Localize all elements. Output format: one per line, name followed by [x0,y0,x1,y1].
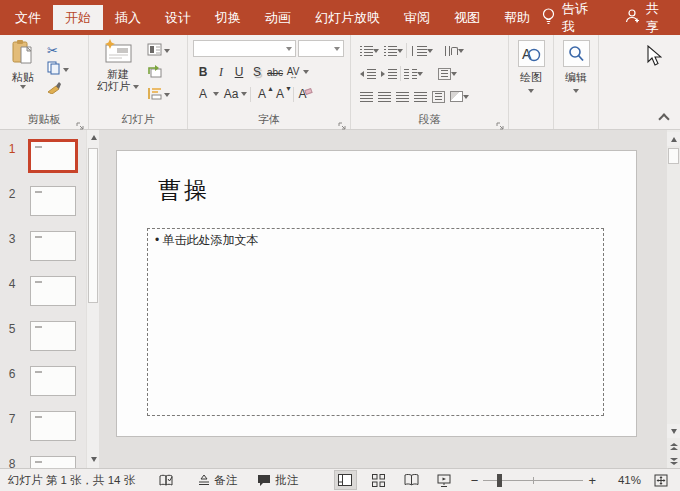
italic-button[interactable]: I [213,65,229,80]
slide-layout-chevron[interactable] [164,49,170,53]
font-name-combobox[interactable] [193,40,296,57]
align-center-icon[interactable] [378,92,391,102]
columns-chevron[interactable] [417,72,423,76]
strikethrough-button[interactable]: abc [267,67,283,78]
slide-thumbnail-4[interactable]: 4 [0,276,99,321]
distribute-columns-icon[interactable] [432,91,445,103]
next-slide-button[interactable] [667,455,680,468]
change-case-button[interactable]: Aa [223,87,239,101]
font-dialog-launcher[interactable] [338,117,347,126]
zoom-in-button[interactable]: + [583,473,601,488]
slide-editing-area[interactable]: 曹操 • 单击此处添加文本 [116,150,637,437]
thumbnail-scrollbar[interactable] [86,130,99,468]
copy-button[interactable] [45,60,71,79]
tab-help[interactable]: 帮助 [492,5,542,30]
zoom-slider-thumb[interactable] [497,474,502,487]
slide-thumbnail-7[interactable]: 7 [0,411,99,456]
slide-thumbnail-3[interactable]: 3 [0,231,99,276]
notes-button[interactable]: 备注 [198,473,237,488]
comments-button[interactable]: 批注 [257,473,298,488]
font-size-chevron[interactable] [334,47,340,51]
slideshow-view-button[interactable] [433,470,456,490]
numbering-icon[interactable] [384,46,397,56]
cut-button[interactable]: ✂ [45,41,71,60]
collapse-ribbon-icon[interactable] [658,113,669,124]
normal-view-button[interactable] [334,470,357,490]
scroll-down-arrow[interactable] [667,424,680,438]
tab-insert[interactable]: 插入 [103,5,153,30]
align-text-icon[interactable] [438,68,451,80]
paste-button[interactable]: 粘贴 [3,39,43,113]
slide-thumbnail-5[interactable]: 5 [0,321,99,366]
zoom-out-button[interactable]: − [466,473,484,488]
reset-slide-button[interactable] [145,63,172,82]
slide-thumbnail-image[interactable] [30,456,76,468]
slide-sorter-view-button[interactable] [367,470,390,490]
increase-indent-icon[interactable] [381,69,397,79]
character-spacing-chevron[interactable] [303,70,309,74]
slide-thumbnail-image[interactable] [30,186,76,216]
zoom-slider[interactable] [483,473,583,487]
section-chevron[interactable] [164,93,170,97]
bullets-chevron[interactable] [373,49,379,53]
paste-dropdown-chevron[interactable] [20,85,26,89]
tab-animations[interactable]: 动画 [253,5,303,30]
paragraph-dialog-launcher[interactable] [496,117,505,126]
scrollbar-thumb[interactable] [668,148,679,164]
tell-me-button[interactable]: 告诉我 [542,0,599,36]
tab-review[interactable]: 审阅 [392,5,442,30]
tab-design[interactable]: 设计 [153,5,203,30]
copy-dropdown-chevron[interactable] [63,68,69,72]
tab-view[interactable]: 视图 [442,5,492,30]
font-color-chevron[interactable] [213,92,219,96]
slide-thumbnail-1[interactable]: 1 [0,141,99,186]
align-left-icon[interactable] [360,92,373,102]
slide-layout-button[interactable] [145,41,172,60]
main-scrollbar[interactable] [666,130,680,468]
align-text-chevron[interactable] [451,72,457,76]
body-text-placeholder[interactable]: • 单击此处添加文本 [147,228,604,416]
shrink-font-button[interactable]: A▼ [272,87,288,101]
clipboard-dialog-launcher[interactable] [76,117,85,126]
previous-slide-button[interactable] [667,440,680,453]
tab-slideshow[interactable]: 幻灯片放映 [303,5,392,30]
clear-formatting-button[interactable]: A [297,87,313,101]
slide-thumbnail-image[interactable] [30,321,76,351]
smartart-chevron[interactable] [463,95,469,99]
scroll-up-arrow[interactable] [667,132,680,146]
font-color-button[interactable]: A [195,87,211,101]
editing-button[interactable] [563,40,590,67]
character-spacing-button[interactable]: AV↔ [285,66,301,78]
new-slide-button[interactable]: 新建 幻灯片 [92,39,144,113]
tab-file[interactable]: 文件 [3,5,53,30]
font-name-chevron[interactable] [286,47,292,51]
reading-view-button[interactable] [400,470,423,490]
slide-thumbnail-image[interactable] [30,366,76,396]
format-painter-button[interactable] [45,79,71,98]
tab-home[interactable]: 开始 [53,5,103,30]
text-direction-icon[interactable] [443,46,458,56]
section-button[interactable] [145,85,172,104]
slide-title[interactable]: 曹操 [158,175,210,206]
change-case-chevron[interactable] [241,92,247,96]
slide-thumbnail-image[interactable] [30,276,76,306]
slide-thumbnail-image[interactable] [28,139,78,173]
proofing-status-button[interactable] [159,474,174,487]
drawing-button[interactable]: A [518,40,545,67]
text-direction-chevron[interactable] [458,49,464,53]
align-right-icon[interactable] [396,92,409,102]
tab-transitions[interactable]: 切换 [203,5,253,30]
scrollbar-thumb[interactable] [88,148,98,303]
bullets-icon[interactable] [360,46,373,56]
justify-icon[interactable] [414,92,427,102]
text-shadow-button[interactable]: S [249,65,265,79]
slide-thumbnail-image[interactable] [30,411,76,441]
editing-chevron[interactable] [573,89,579,93]
font-size-combobox[interactable] [298,40,344,57]
underline-button[interactable]: U [231,65,247,79]
slide-thumbnail-8[interactable]: 8 [0,456,99,468]
convert-smartart-icon[interactable] [450,91,463,102]
decrease-indent-icon[interactable] [360,69,376,79]
drawing-chevron[interactable] [528,89,534,93]
line-spacing-icon[interactable] [410,46,427,56]
